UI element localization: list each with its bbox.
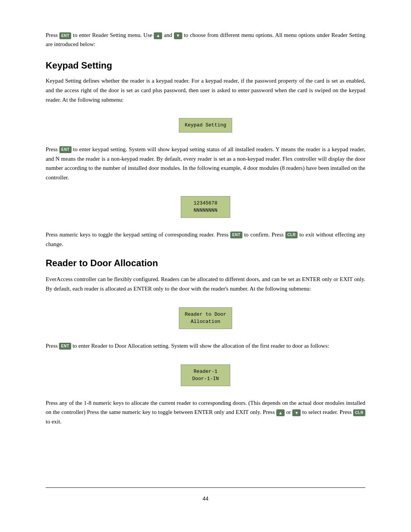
btn-ent-kp2: ENT [59, 146, 72, 153]
keypad-paragraph3: Press numeric keys to toggle the keypad … [46, 230, 365, 249]
rp3-after: to exit. [46, 419, 62, 425]
reader-display2: Reader-1 Door-1-IN [181, 364, 230, 386]
intro-text-before-ent: Press [46, 32, 58, 38]
keypad-display2-line1: 12345678 [186, 200, 225, 207]
kp3-mid: to confirm. Press [244, 232, 285, 238]
rp2-before: Press [46, 343, 58, 349]
page-footer: 44 [46, 487, 365, 502]
btn-ent-intro: ENT [59, 32, 72, 39]
page: Press ENT to enter Reader Setting menu. … [0, 0, 411, 532]
keypad-paragraph2: Press ENT to enter keypad setting. Syste… [46, 145, 365, 182]
keypad-display1: Keypad Setting [179, 118, 232, 133]
btn-down-intro: ▼ [174, 32, 182, 39]
reader-paragraph3: Press any of the 1-8 numeric keys to all… [46, 398, 365, 427]
kp2-after: to enter keypad setting. System will sho… [46, 146, 365, 181]
reader-display1: Reader to Door Allocation [179, 307, 232, 329]
keypad-display2: 12345678 NNNNNNNN [181, 196, 230, 218]
rp3-or: or [286, 409, 291, 415]
keypad-display1-container: Keypad Setting [46, 114, 365, 138]
reader-display1-line2: Allocation [185, 318, 226, 326]
intro-and-word: and [164, 32, 172, 38]
btn-up-rp3: ▲ [276, 409, 285, 416]
keypad-display2-container: 12345678 NNNNNNNN [46, 192, 365, 223]
reader-display2-container: Reader-1 Door-1-IN [46, 361, 365, 391]
keypad-display1-line1: Keypad Setting [185, 121, 226, 129]
reader-paragraph1: EverAccess controller can be flexibly co… [46, 275, 365, 294]
btn-down-rp3: ▼ [292, 409, 301, 416]
keypad-display2-line2: NNNNNNNN [186, 207, 225, 214]
reader-display2-line1: Reader-1 [186, 368, 225, 375]
btn-up-intro: ▲ [154, 32, 162, 39]
rp3-mid2: to select reader. Press [302, 409, 353, 415]
btn-clr-kp3: CLR [285, 232, 298, 238]
btn-ent-rp2: ENT [59, 343, 71, 350]
kp3-before: Press numeric keys to toggle the keypad … [46, 232, 229, 238]
page-number: 44 [202, 495, 209, 502]
reader-heading: Reader to Door Allocation [46, 258, 365, 268]
intro-text-after-ent: to enter Reader Setting menu. Use [73, 32, 154, 38]
btn-clr-rp3: CLR [353, 409, 365, 416]
rp2-after: to enter Reader to Door Allocation setti… [73, 343, 329, 349]
reader-display1-line1: Reader to Door [185, 311, 226, 318]
reader-paragraph2: Press ENT to enter Reader to Door Alloca… [46, 341, 365, 351]
keypad-paragraph1: Keypad Setting defines whether the reade… [46, 76, 365, 104]
reader-display2-line2: Door-1-IN [186, 375, 225, 383]
keypad-heading: Keypad Setting [46, 60, 365, 71]
btn-ent-kp3: ENT [230, 232, 242, 238]
kp2-before: Press [46, 146, 58, 152]
reader-display1-container: Reader to Door Allocation [46, 304, 365, 334]
intro-paragraph: Press ENT to enter Reader Setting menu. … [46, 30, 365, 49]
